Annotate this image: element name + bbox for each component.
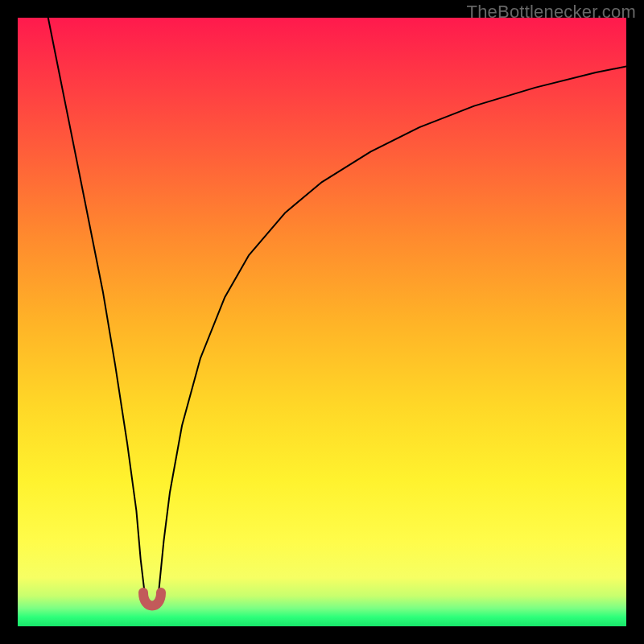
chart-svg-layer <box>18 18 626 626</box>
chart-frame: TheBottlenecker.com <box>0 0 644 644</box>
watermark-text: TheBottlenecker.com <box>467 2 636 23</box>
bottleneck-curve <box>48 18 626 607</box>
u-shaped-minimum-marker <box>143 592 161 606</box>
